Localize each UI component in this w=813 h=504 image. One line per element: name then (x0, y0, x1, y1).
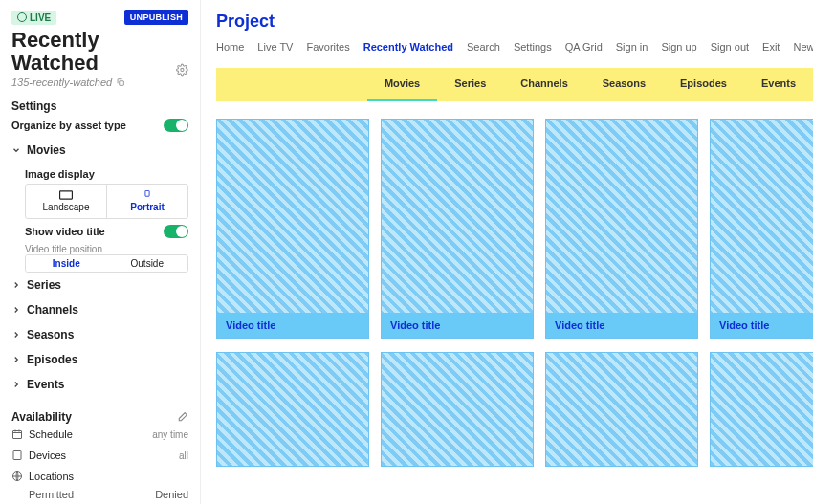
landscape-icon (59, 190, 73, 200)
chevron-right-icon (11, 380, 21, 389)
chevron-right-icon (11, 280, 21, 290)
image-display-label: Image display (25, 168, 188, 180)
svg-rect-3 (145, 191, 149, 197)
acc-movies[interactable]: Movies (11, 138, 188, 163)
acc-series-label: Series (27, 278, 61, 292)
image-display-segment: Landscape Portrait (25, 184, 188, 219)
video-card[interactable] (216, 352, 369, 467)
show-title-toggle[interactable] (164, 225, 188, 238)
tabbar: MoviesSeriesChannelsSeasonsEpisodesEvent… (216, 68, 813, 101)
acc-events[interactable]: Events (11, 372, 188, 397)
chevron-down-icon (11, 145, 21, 155)
chevron-right-icon (11, 355, 21, 364)
permitted-label: Permitted (29, 489, 74, 500)
schedule-value: any time (152, 429, 188, 440)
devices-row[interactable]: Devices all (11, 445, 188, 466)
outside-option[interactable]: Outside (107, 255, 188, 272)
page-slug: 135-recently-watched (11, 77, 112, 88)
availability-heading: Availability (11, 410, 72, 424)
copy-icon[interactable] (116, 77, 125, 87)
page-title: Recently Watched (11, 29, 176, 75)
nav-item[interactable]: Search (467, 41, 500, 53)
svg-rect-4 (13, 431, 22, 439)
schedule-label: Schedule (29, 428, 73, 440)
video-card[interactable]: Video title (216, 119, 369, 339)
unpublish-button[interactable]: UNPUBLISH (124, 10, 188, 25)
acc-movies-label: Movies (27, 143, 66, 157)
nav-item[interactable]: Live TV (257, 41, 293, 53)
acc-seasons-label: Seasons (27, 328, 74, 341)
nav-item[interactable]: Sign out (711, 41, 749, 53)
video-title: Video title (711, 313, 813, 338)
denied-label: Denied (155, 489, 188, 500)
show-title-label: Show video title (25, 226, 105, 237)
live-badge: LIVE (11, 11, 56, 25)
svg-rect-5 (13, 451, 21, 460)
position-label: Video title position (25, 244, 188, 254)
tab-item[interactable]: Series (437, 68, 503, 101)
acc-channels[interactable]: Channels (11, 297, 188, 322)
portrait-label: Portrait (130, 202, 165, 212)
video-title: Video title (546, 313, 697, 338)
devices-label: Devices (29, 449, 66, 461)
chevron-right-icon (11, 330, 21, 340)
video-card[interactable]: Video title (381, 119, 534, 339)
settings-heading: Settings (11, 99, 188, 113)
tab-item[interactable]: Events (744, 68, 813, 101)
device-icon (11, 449, 23, 461)
calendar-icon (11, 428, 23, 440)
devices-value: all (179, 450, 188, 461)
edit-icon[interactable] (176, 411, 188, 424)
acc-episodes[interactable]: Episodes (11, 347, 188, 372)
nav-item[interactable]: Exit (762, 41, 780, 53)
nav-item[interactable]: Sign up (661, 41, 696, 53)
svg-rect-2 (60, 191, 73, 199)
locations-row[interactable]: Locations (11, 466, 188, 487)
acc-events-label: Events (27, 378, 64, 391)
nav-item[interactable]: QA Grid (565, 41, 603, 53)
svg-point-0 (181, 69, 184, 72)
acc-episodes-label: Episodes (27, 353, 77, 366)
acc-channels-label: Channels (27, 303, 78, 317)
video-card[interactable]: Video title (545, 119, 698, 339)
position-segment: Inside Outside (25, 254, 188, 273)
landscape-option[interactable]: Landscape (26, 185, 106, 218)
nav-item[interactable]: Home (216, 41, 244, 53)
organize-toggle[interactable] (164, 119, 188, 132)
nav-item[interactable]: Recently Watched (363, 41, 453, 53)
navbar: HomeLive TVFavoritesRecently WatchedSear… (216, 41, 813, 53)
gear-icon[interactable] (176, 63, 188, 77)
project-heading: Project (216, 11, 813, 32)
nav-item[interactable]: Favorites (306, 41, 349, 53)
video-title: Video title (217, 313, 368, 338)
video-card[interactable] (710, 352, 813, 467)
nav-item[interactable]: New Playlist (793, 41, 813, 53)
tab-item[interactable]: Movies (367, 68, 437, 101)
locations-label: Locations (29, 471, 74, 482)
tab-item[interactable]: Seasons (585, 68, 663, 101)
globe-icon (11, 471, 23, 482)
portrait-icon (141, 190, 154, 200)
video-title: Video title (382, 313, 533, 338)
svg-rect-1 (120, 81, 124, 86)
video-card[interactable]: Video title (710, 119, 813, 339)
video-card[interactable] (545, 352, 698, 467)
chevron-right-icon (11, 305, 21, 315)
landscape-label: Landscape (43, 202, 90, 212)
organize-label: Organize by asset type (11, 120, 126, 131)
tab-item[interactable]: Episodes (663, 68, 744, 101)
acc-seasons[interactable]: Seasons (11, 322, 188, 347)
video-card[interactable] (381, 352, 534, 467)
tab-item[interactable]: Channels (503, 68, 585, 101)
nav-item[interactable]: Settings (514, 41, 552, 53)
nav-item[interactable]: Sign in (616, 41, 648, 53)
inside-option[interactable]: Inside (26, 255, 107, 272)
acc-series[interactable]: Series (11, 273, 188, 297)
portrait-option[interactable]: Portrait (107, 185, 187, 218)
schedule-row[interactable]: Schedule any time (11, 424, 188, 445)
